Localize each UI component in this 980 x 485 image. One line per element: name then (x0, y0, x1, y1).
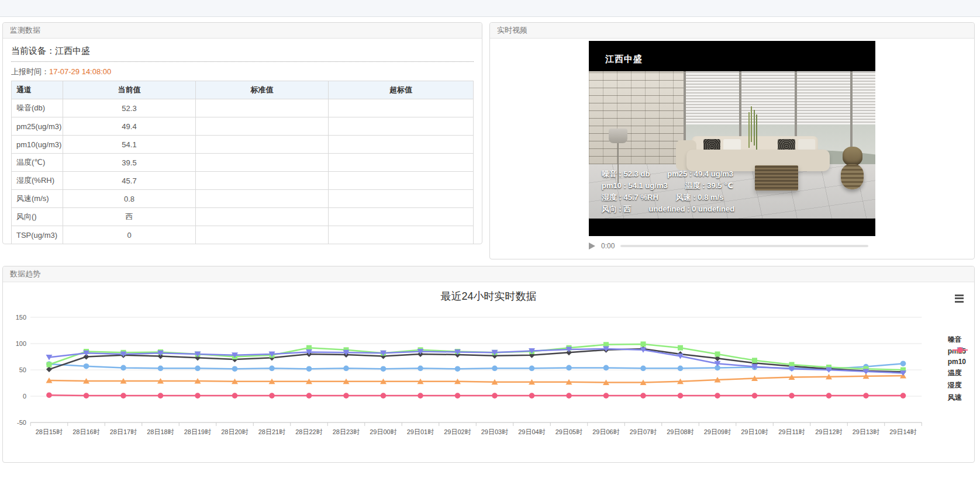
svg-text:29日07时: 29日07时 (630, 428, 657, 435)
table-cell (196, 226, 329, 244)
table-cell: 温度(℃) (12, 154, 63, 172)
legend-label: 风速 (948, 393, 962, 403)
svg-text:150: 150 (16, 314, 26, 321)
monitor-table-header-row: 通道当前值标准值超标值 (12, 81, 474, 99)
svg-text:29日14时: 29日14时 (889, 428, 916, 435)
chart-area: 最近24小时实时数据 150100500-5028日15时28日16时28日17… (3, 282, 974, 463)
table-cell (329, 190, 474, 208)
svg-text:-50: -50 (17, 419, 26, 426)
legend-item[interactable]: 温度 (948, 368, 966, 378)
svg-text:0: 0 (23, 393, 26, 400)
table-cell (196, 117, 329, 136)
legend-item[interactable]: 噪音 (948, 335, 966, 345)
svg-text:29日03时: 29日03时 (481, 428, 508, 435)
table-cell: 45.7 (63, 172, 196, 190)
svg-text:29日06时: 29日06时 (592, 428, 619, 435)
table-cell: pm25(ug/m3) (12, 117, 63, 136)
overlay-stat: 噪音 : 52.3 db (602, 168, 650, 180)
video-overlay-stats: 噪音 : 52.3 dbpm25 : 49.4 ug/m3pm10 : 54.1… (602, 168, 734, 215)
table-cell: 0.8 (63, 190, 196, 208)
table-cell (329, 208, 474, 226)
table-cell: 0 (63, 226, 196, 244)
overlay-stat: 湿度 : 45.7 %RH (602, 192, 658, 203)
report-time-label: 上报时间： (11, 67, 49, 76)
video-panel: 实时视频 江西中盛 (489, 22, 975, 259)
table-cell: TSP(ug/m3) (12, 226, 63, 244)
chart-legend: 噪音pm25pm10温度湿度风速 (948, 335, 966, 405)
coffee-table (755, 165, 798, 190)
legend-item[interactable]: pm10 (948, 358, 966, 366)
page: 监测数据 当前设备：江西中盛 上报时间：17-07-29 14:08:00 通道… (0, 0, 980, 485)
current-device-line: 当前设备：江西中盛 (11, 43, 474, 62)
table-cell (329, 154, 474, 172)
table-cell: 49.4 (63, 117, 196, 136)
svg-text:29日13时: 29日13时 (853, 428, 879, 435)
svg-text:28日18时: 28日18时 (147, 428, 174, 435)
video-time: 0:00 (601, 242, 615, 250)
svg-text:50: 50 (19, 366, 26, 373)
svg-text:29日04时: 29日04时 (518, 428, 545, 435)
overlay-stat: pm10 : 54.1 ug/m3 (602, 180, 668, 192)
table-cell (196, 136, 329, 154)
monitor-table-col-header: 标准值 (196, 81, 329, 99)
video-progress-bar[interactable] (620, 245, 868, 247)
overlay-stat-line: 风向 : 西undefined : 0 undefined (602, 203, 734, 215)
vase-upper (843, 147, 862, 166)
trend-chart-svg: 150100500-5028日15时28日16时28日17时28日18时28日1… (8, 294, 931, 444)
table-row: 噪音(db)52.3 (12, 99, 474, 117)
room-stone-wall (589, 71, 684, 164)
video-panel-title: 实时视频 (490, 23, 974, 39)
legend-label: pm10 (948, 358, 966, 366)
overlay-stat: 风向 : 西 (602, 203, 632, 215)
table-cell: 风速(m/s) (12, 190, 63, 208)
table-cell: 39.5 (63, 154, 196, 172)
play-button[interactable] (589, 243, 595, 250)
legend-marker-icon (953, 347, 968, 354)
table-cell (196, 154, 329, 172)
monitor-table: 通道当前值标准值超标值 噪音(db)52.3pm25(ug/m3)49.4pm1… (11, 81, 474, 244)
trend-panel: 数据趋势 最近24小时实时数据 150100500-5028日15时28日16时… (2, 266, 975, 463)
svg-text:29日08时: 29日08时 (667, 428, 693, 435)
legend-label: 湿度 (948, 380, 962, 390)
monitor-table-col-header: 当前值 (63, 81, 196, 99)
svg-text:28日20时: 28日20时 (221, 428, 248, 435)
table-cell (196, 190, 329, 208)
monitor-panel-title: 监测数据 (3, 23, 482, 39)
video-player[interactable]: 江西中盛 (589, 41, 875, 236)
table-cell: 噪音(db) (12, 99, 63, 117)
table-cell: 54.1 (63, 136, 196, 154)
overlay-stat-line: 湿度 : 45.7 %RH风速 : 0.8 m/s (602, 192, 734, 203)
svg-text:29日00时: 29日00时 (370, 428, 396, 435)
trend-panel-title: 数据趋势 (3, 266, 974, 282)
svg-text:28日23时: 28日23时 (333, 428, 360, 435)
current-device-label: 当前设备： (11, 46, 55, 56)
report-time-line: 上报时间：17-07-29 14:08:00 (11, 67, 474, 77)
monitor-table-col-header: 通道 (12, 81, 63, 99)
svg-text:29日11时: 29日11时 (778, 428, 805, 435)
table-row: 温度(℃)39.5 (12, 154, 474, 172)
video-overlay-device-name: 江西中盛 (605, 54, 643, 65)
chart-menu-button[interactable] (955, 293, 964, 304)
table-cell: 湿度(%RH) (12, 172, 63, 190)
report-time-value: 17-07-29 14:08:00 (49, 67, 111, 76)
monitor-table-col-header: 超标值 (329, 81, 474, 99)
overlay-stat: undefined : 0 undefined (649, 203, 735, 215)
legend-item[interactable]: 风速 (948, 393, 966, 403)
table-cell (329, 226, 474, 244)
svg-text:28日21时: 28日21时 (258, 428, 285, 435)
video-panel-body: 江西中盛 (490, 39, 974, 251)
svg-text:29日02时: 29日02时 (444, 428, 471, 435)
table-cell (329, 136, 474, 154)
table-cell: 风向() (12, 208, 63, 226)
svg-text:100: 100 (16, 340, 26, 347)
table-row: TSP(ug/m3)0 (12, 226, 474, 244)
svg-text:28日16时: 28日16时 (73, 428, 99, 435)
legend-item[interactable]: 湿度 (948, 380, 966, 390)
plant-stems (751, 106, 752, 141)
table-cell (329, 117, 474, 136)
svg-text:28日22时: 28日22时 (295, 428, 322, 435)
floor-lamp-shade (609, 129, 627, 143)
page-topbar (0, 0, 980, 17)
monitor-panel: 监测数据 当前设备：江西中盛 上报时间：17-07-29 14:08:00 通道… (2, 22, 482, 244)
table-cell (196, 208, 329, 226)
